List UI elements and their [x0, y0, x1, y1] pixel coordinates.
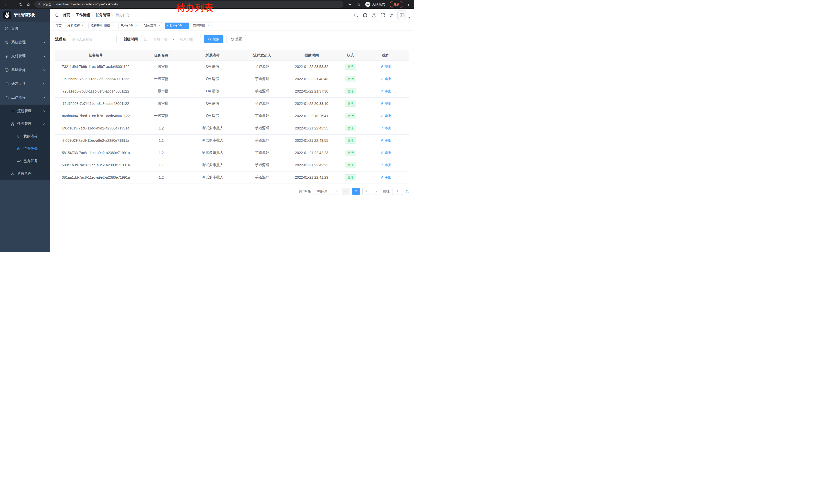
close-icon[interactable]: × — [134, 24, 138, 28]
bookmark-star-icon[interactable]: ☆ — [355, 1, 362, 8]
sidebar-item-dev-tools[interactable]: 研发工具 — [0, 77, 50, 91]
sidebar-item-home[interactable]: 首页 — [0, 21, 50, 35]
approve-link[interactable]: 审批 — [380, 89, 391, 94]
prev-page-button[interactable]: ‹ — [342, 188, 349, 195]
address-bar[interactable]: ⚠ 不安全 dashboard.yudao.iocoder.cn/bpm/tas… — [34, 1, 343, 8]
browser-back-button[interactable]: ← — [3, 1, 9, 8]
cell-status: 激活 — [338, 122, 363, 134]
incognito-badge[interactable]: 无痕模式 — [365, 1, 387, 7]
sidebar-item-label: 已办任务 — [23, 159, 38, 163]
reset-button[interactable]: 重置 — [226, 35, 246, 43]
table-body: 73211d9d-7b9b-11ec-b5b7-acde48001122 一级审… — [55, 60, 409, 184]
table-row: 725a1eb6-7b88-11ec-8ef0-acde48001122 一级审… — [55, 85, 409, 97]
approve-link[interactable]: 审批 — [380, 138, 391, 143]
sidebar-item-done-tasks[interactable]: 已办任务 — [0, 155, 50, 167]
cell-action: 审批 — [363, 147, 409, 159]
tab-home[interactable]: 首页 — [53, 22, 64, 29]
update-button[interactable]: 更新 — [389, 1, 403, 8]
refresh-icon — [231, 38, 234, 41]
breadcrumb-separator: / — [72, 13, 73, 17]
search-button[interactable]: 搜索 — [204, 35, 223, 43]
browser-reload-button[interactable]: ↻ — [17, 1, 25, 8]
cell-initiator: 芋道源码 — [239, 159, 285, 171]
breadcrumb-home[interactable]: 首页 — [63, 13, 70, 17]
approve-link[interactable]: 审批 — [380, 163, 391, 168]
cell-status: 激活 — [338, 60, 363, 73]
fullscreen-icon[interactable] — [381, 13, 385, 17]
status-badge: 激活 — [345, 63, 356, 70]
font-size-icon[interactable]: tT — [389, 13, 393, 17]
tab-my-processes[interactable]: 我的流程× — [141, 22, 163, 29]
sidebar-item-todo-tasks[interactable]: 待办任务 — [0, 142, 50, 155]
warning-icon: ⚠ — [38, 3, 41, 6]
sidebar-item-leave-query[interactable]: 请假查询 — [0, 167, 50, 180]
tab-done-tasks[interactable]: 已办任务× — [119, 22, 140, 29]
browser-home-button[interactable]: ⌂ — [25, 1, 32, 8]
approve-link[interactable]: 审批 — [380, 150, 391, 155]
breadcrumb-task-mgmt[interactable]: 任务管理 — [96, 13, 110, 17]
browser-menu-icon[interactable]: ⋮ — [406, 2, 411, 7]
sidebar-item-payment-mgmt[interactable]: ¥ 支付管理 — [0, 49, 50, 63]
page-2-button[interactable]: 2 — [363, 188, 370, 195]
url-text: dashboard.yudao.iocoder.cn/bpm/task/todo — [56, 3, 118, 6]
approve-link[interactable]: 审批 — [380, 113, 391, 118]
help-icon[interactable]: ? — [372, 13, 376, 17]
tab-todo-tasks[interactable]: ●待办任务× — [165, 22, 189, 29]
close-icon[interactable]: × — [183, 24, 187, 28]
key-icon[interactable] — [346, 1, 353, 8]
sidebar-item-process-mgmt[interactable]: 流程管理 — [0, 104, 50, 118]
edit-pen-icon — [380, 163, 384, 167]
sidebar-item-workflow[interactable]: 工作流程 — [0, 91, 50, 104]
tab-process-form-edit[interactable]: 流程表单-编辑× — [88, 22, 117, 29]
status-badge: 激活 — [345, 76, 356, 82]
table-row: 73211d9d-7b9b-11ec-b5b7-acde48001122 一级审… — [55, 60, 409, 73]
close-icon[interactable]: × — [81, 24, 85, 28]
breadcrumb-todo-tasks: 待办任务 — [116, 13, 130, 17]
close-icon[interactable]: × — [206, 24, 210, 28]
approve-link-label: 审批 — [385, 64, 391, 69]
github-icon[interactable] — [363, 13, 368, 18]
tab-process-detail[interactable]: 流程详情× — [191, 22, 212, 29]
end-date-placeholder: 结束日期 — [175, 37, 198, 42]
create-time-label: 创建时间 — [123, 37, 138, 42]
tab-label: 我的流程 — [144, 24, 156, 28]
date-range-picker[interactable]: 开始日期 - 结束日期 — [141, 35, 201, 43]
next-page-button[interactable]: › — [373, 188, 380, 195]
page-1-button[interactable]: 1 — [352, 188, 360, 195]
sidebar-item-my-processes[interactable]: 我的流程 — [0, 130, 50, 142]
cell-process: OA 请假 — [186, 60, 239, 73]
tab-label: 首页 — [55, 24, 61, 28]
browser-forward-button[interactable]: → — [10, 1, 17, 8]
close-icon[interactable]: × — [111, 24, 115, 28]
page-size-value: 10条/页 — [316, 189, 328, 193]
breadcrumb-workflow[interactable]: 工作流程 — [76, 13, 90, 17]
user-menu[interactable]: ▾ — [397, 10, 410, 20]
approve-link[interactable]: 审批 — [380, 64, 391, 69]
goto-page-input[interactable] — [392, 188, 403, 195]
app-logo[interactable]: 芋道管理系统 — [0, 9, 50, 21]
table-row: 381aa1dd-7ac8-11ec-a9e2-a2380e71991a 1.2… — [55, 171, 409, 184]
range-separator: - — [173, 37, 174, 41]
process-name-input[interactable] — [72, 37, 114, 41]
approve-link[interactable]: 审批 — [380, 101, 391, 106]
org-chart-icon — [10, 122, 15, 126]
approve-link[interactable]: 审批 — [380, 175, 391, 180]
sidebar-collapse-icon[interactable] — [54, 13, 59, 17]
breadcrumb-separator: / — [92, 13, 93, 17]
sidebar-item-infrastructure[interactable]: 基础设施 — [0, 63, 50, 77]
approve-link[interactable]: 审批 — [380, 126, 391, 131]
sidebar-item-label: 请假查询 — [17, 171, 32, 176]
close-icon[interactable]: × — [157, 24, 161, 28]
cell-process: 测试多审批人 — [186, 122, 239, 134]
tab-start-process[interactable]: 发起流程× — [65, 22, 87, 29]
cell-task-name: 一级审批 — [136, 85, 186, 97]
cell-status: 激活 — [338, 147, 363, 159]
sidebar-item-task-mgmt[interactable]: 任务管理 — [0, 118, 50, 130]
page-size-select[interactable]: 10条/页 ▾ — [314, 188, 339, 195]
table-row: 58154733-7ac8-11ec-a9e2-a2380e71991a 1.2… — [55, 147, 409, 159]
cell-create-time: 2022-01-21 22:41:29 — [285, 171, 338, 184]
approve-link[interactable]: 审批 — [380, 77, 391, 81]
search-icon[interactable] — [354, 13, 358, 17]
sidebar-item-system-mgmt[interactable]: 系统管理 — [0, 35, 50, 49]
breadcrumb: 首页 / 工作流程 / 任务管理 / 待办任务 — [63, 13, 130, 17]
